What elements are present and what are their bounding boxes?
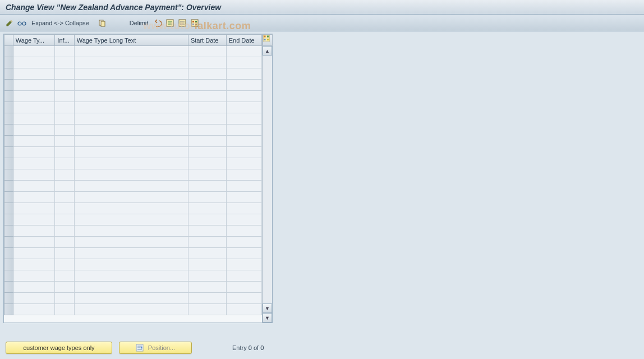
cell-end-date[interactable] <box>226 237 261 248</box>
row-selector-cell[interactable] <box>4 169 13 181</box>
cell-wage-type[interactable] <box>13 147 55 158</box>
cell-start-date[interactable] <box>188 304 226 315</box>
row-selector-cell[interactable] <box>4 68 13 80</box>
cell-start-date[interactable] <box>188 57 226 68</box>
cell-end-date[interactable] <box>226 214 261 225</box>
cell-end-date[interactable] <box>226 158 261 169</box>
scroll-up-icon[interactable]: ▲ <box>263 46 272 56</box>
row-selector-cell[interactable] <box>4 214 13 225</box>
cell-start-date[interactable] <box>188 282 226 293</box>
row-selector-cell[interactable] <box>4 225 13 237</box>
cell-wage-type[interactable] <box>13 192 55 203</box>
cell-wage-type[interactable] <box>13 80 55 91</box>
cell-wage-long[interactable] <box>74 80 188 91</box>
cell-start-date[interactable] <box>188 136 226 147</box>
table-row[interactable] <box>4 237 262 248</box>
cell-wage-long[interactable] <box>74 102 188 113</box>
row-selector-cell[interactable] <box>4 158 13 169</box>
row-selector-cell[interactable] <box>4 46 13 57</box>
cell-inf[interactable] <box>55 46 74 57</box>
row-selector-cell[interactable] <box>4 259 13 270</box>
cell-start-date[interactable] <box>188 113 226 125</box>
cell-start-date[interactable] <box>188 214 226 225</box>
vertical-scrollbar[interactable]: ▲ ▼ ▼ <box>262 34 272 323</box>
cell-inf[interactable] <box>55 293 74 304</box>
cell-end-date[interactable] <box>226 68 261 80</box>
row-selector-cell[interactable] <box>4 192 13 203</box>
cell-wage-type[interactable] <box>13 102 55 113</box>
table-row[interactable] <box>4 282 262 293</box>
table-row[interactable] <box>4 270 262 282</box>
cell-inf[interactable] <box>55 248 74 259</box>
col-header-wage-type[interactable]: Wage Ty... <box>13 35 55 46</box>
cell-wage-long[interactable] <box>74 293 188 304</box>
cell-start-date[interactable] <box>188 102 226 113</box>
cell-wage-long[interactable] <box>74 46 188 57</box>
cell-inf[interactable] <box>55 169 74 181</box>
cell-inf[interactable] <box>55 192 74 203</box>
cell-end-date[interactable] <box>226 248 261 259</box>
cell-inf[interactable] <box>55 237 74 248</box>
cell-wage-type[interactable] <box>13 248 55 259</box>
cell-start-date[interactable] <box>188 192 226 203</box>
cell-end-date[interactable] <box>226 113 261 125</box>
table-row[interactable] <box>4 91 262 102</box>
row-selector-cell[interactable] <box>4 102 13 113</box>
deselect-all-icon[interactable] <box>177 18 187 28</box>
table-row[interactable] <box>4 136 262 147</box>
cell-end-date[interactable] <box>226 181 261 192</box>
cell-inf[interactable] <box>55 136 74 147</box>
table-row[interactable] <box>4 181 262 192</box>
cell-wage-long[interactable] <box>74 214 188 225</box>
table-row[interactable] <box>4 147 262 158</box>
cell-end-date[interactable] <box>226 259 261 270</box>
scroll-down2-icon[interactable]: ▼ <box>263 313 272 323</box>
cell-wage-type[interactable] <box>13 203 55 214</box>
table-row[interactable] <box>4 46 262 57</box>
row-selector-cell[interactable] <box>4 125 13 136</box>
cell-wage-type[interactable] <box>13 293 55 304</box>
table-row[interactable] <box>4 169 262 181</box>
position-button[interactable]: Position... <box>119 342 192 354</box>
cell-start-date[interactable] <box>188 225 226 237</box>
cell-wage-long[interactable] <box>74 259 188 270</box>
cell-inf[interactable] <box>55 125 74 136</box>
cell-wage-long[interactable] <box>74 225 188 237</box>
table-row[interactable] <box>4 68 262 80</box>
table-row[interactable] <box>4 80 262 91</box>
table-row[interactable] <box>4 259 262 270</box>
cell-start-date[interactable] <box>188 80 226 91</box>
cell-start-date[interactable] <box>188 125 226 136</box>
col-header-end-date[interactable]: End Date <box>226 35 261 46</box>
table-row[interactable] <box>4 192 262 203</box>
cell-start-date[interactable] <box>188 237 226 248</box>
cell-wage-type[interactable] <box>13 125 55 136</box>
table-settings-icon[interactable] <box>190 18 200 28</box>
cell-end-date[interactable] <box>226 304 261 315</box>
cell-wage-long[interactable] <box>74 282 188 293</box>
cell-start-date[interactable] <box>188 147 226 158</box>
cell-wage-long[interactable] <box>74 237 188 248</box>
table-row[interactable] <box>4 203 262 214</box>
cell-end-date[interactable] <box>226 136 261 147</box>
cell-start-date[interactable] <box>188 169 226 181</box>
row-selector-cell[interactable] <box>4 293 13 304</box>
scroll-down-icon[interactable]: ▼ <box>263 303 272 313</box>
cell-end-date[interactable] <box>226 270 261 282</box>
cell-start-date[interactable] <box>188 181 226 192</box>
table-row[interactable] <box>4 158 262 169</box>
cell-start-date[interactable] <box>188 158 226 169</box>
cell-start-date[interactable] <box>188 270 226 282</box>
table-row[interactable] <box>4 304 262 315</box>
row-selector-cell[interactable] <box>4 113 13 125</box>
glasses-icon[interactable] <box>17 18 27 28</box>
cell-wage-long[interactable] <box>74 304 188 315</box>
cell-wage-long[interactable] <box>74 113 188 125</box>
cell-wage-long[interactable] <box>74 68 188 80</box>
cell-wage-long[interactable] <box>74 57 188 68</box>
cell-end-date[interactable] <box>226 293 261 304</box>
table-config-icon[interactable] <box>263 34 273 46</box>
cell-end-date[interactable] <box>226 147 261 158</box>
cell-inf[interactable] <box>55 304 74 315</box>
cell-end-date[interactable] <box>226 169 261 181</box>
